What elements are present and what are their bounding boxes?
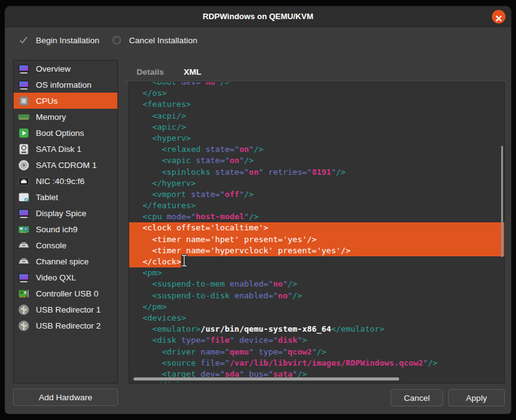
code-line: <cpu mode="host-model"/> — [129, 211, 504, 222]
horizontal-scrollbar[interactable] — [133, 377, 399, 380]
code-line: <emulator>/usr/bin/qemu-system-x86_64</e… — [129, 324, 504, 335]
titlebar[interactable]: RDPWindows on QEMU/KVM — [5, 6, 511, 27]
vm-details-window: RDPWindows on QEMU/KVM Begin Installatio… — [5, 6, 511, 414]
code-line: <boot dev='hd'/> — [129, 82, 504, 88]
sidebar-item-label: USB Redirector 2 — [36, 321, 101, 330]
console-icon — [18, 256, 30, 267]
code-line: <driver name="qemu" type="qcow2"/> — [129, 346, 504, 358]
close-button[interactable] — [492, 10, 505, 23]
record-icon — [112, 35, 122, 45]
display-icon — [18, 79, 30, 91]
code-line: <vapic state="on"/> — [129, 155, 504, 166]
code-line: <disk type="file" device="disk"> — [129, 335, 504, 346]
check-icon — [19, 35, 28, 45]
usb-icon — [18, 320, 30, 332]
sidebar-item-label: Memory — [36, 112, 66, 122]
toolbar: Begin Installation Cancel Installation — [5, 27, 511, 53]
tab-xml[interactable]: XML — [181, 64, 204, 80]
begin-installation-button[interactable]: Begin Installation — [19, 35, 99, 45]
usb-controller-icon — [18, 288, 30, 300]
sidebar-item-boot-options[interactable]: Boot Options — [14, 125, 117, 141]
close-icon — [495, 15, 502, 22]
display-icon — [18, 272, 30, 284]
sidebar-item-console[interactable]: Console — [14, 237, 117, 253]
console-icon — [18, 240, 30, 251]
sidebar-item-label: NIC :40:9c:f6 — [36, 177, 85, 186]
sidebar-item-os-information[interactable]: OS information — [14, 77, 117, 93]
sidebar-item-label: OS information — [36, 80, 91, 90]
sidebar-item-label: Console — [36, 241, 67, 250]
code-line: <spinlocks state="on" retries="8191"/> — [129, 167, 504, 178]
apply-button[interactable]: Apply — [448, 389, 505, 406]
usb-icon — [18, 304, 30, 316]
sidebar-item-label: SATA Disk 1 — [36, 145, 82, 154]
hardware-list: OverviewOS informationCPUsMemoryBoot Opt… — [13, 60, 118, 384]
sidebar-item-label: Overview — [36, 64, 70, 74]
tab-details[interactable]: Details — [134, 64, 166, 80]
code-line: <apic/> — [129, 122, 504, 133]
code-line: <pm> — [129, 267, 504, 279]
code-line: <suspend-to-mem enabled="no"/> — [129, 279, 504, 290]
sidebar-item-sata-cdrom-1[interactable]: SATA CDROM 1 — [14, 157, 117, 173]
code-line: </os> — [129, 88, 504, 99]
code-line-selected: <timer name='hpet' present='yes'/> — [129, 234, 504, 245]
window-title: RDPWindows on QEMU/KVM — [5, 6, 511, 27]
code-line: <relaxed state="on"/> — [129, 144, 504, 155]
cpu-icon — [18, 95, 30, 107]
code-line: </hyperv> — [129, 178, 504, 189]
xml-editor[interactable]: <boot dev='hd'/> </os> <features> <acpi/… — [129, 82, 505, 384]
sidebar-item-sata-disk-1[interactable]: SATA Disk 1 — [14, 141, 117, 157]
sidebar-item-controller-usb-0[interactable]: Controller USB 0 — [14, 285, 117, 301]
sidebar-item-display-spice[interactable]: Display Spice — [14, 205, 117, 221]
disk-icon — [18, 143, 30, 155]
sidebar-item-label: Channel spice — [36, 257, 89, 266]
tabbar: DetailsXML — [134, 62, 219, 81]
sound-icon — [18, 224, 30, 235]
sidebar-item-sound-ich9[interactable]: Sound ich9 — [14, 221, 117, 237]
nic-icon — [18, 175, 30, 187]
boot-icon — [18, 127, 30, 139]
sidebar-item-tablet[interactable]: Tablet — [14, 189, 117, 205]
code-line: <devices> — [129, 313, 504, 324]
cdrom-icon — [18, 159, 30, 171]
sidebar-item-usb-redirector-1[interactable]: USB Redirector 1 — [14, 301, 117, 317]
cancel-installation-label: Cancel Installation — [129, 36, 197, 45]
sidebar-item-usb-redirector-2[interactable]: USB Redirector 2 — [14, 317, 117, 334]
cancel-button[interactable]: Cancel — [391, 389, 443, 406]
xml-code: <boot dev='hd'/> </os> <features> <acpi/… — [129, 82, 504, 384]
code-line: <features> — [129, 99, 504, 110]
sidebar-item-label: USB Redirector 1 — [36, 305, 101, 314]
sidebar-item-label: Video QXL — [36, 273, 76, 282]
add-hardware-button[interactable]: Add Hardware — [13, 388, 118, 406]
cancel-installation-button[interactable]: Cancel Installation — [112, 35, 197, 45]
code-line: </features> — [129, 200, 504, 211]
text-cursor-pointer — [180, 254, 188, 267]
sidebar-item-label: Boot Options — [36, 128, 84, 138]
sidebar-item-cpus[interactable]: CPUs — [14, 93, 117, 109]
sidebar-item-memory[interactable]: Memory — [14, 109, 117, 125]
code-line: <acpi/> — [129, 111, 504, 122]
begin-installation-label: Begin Installation — [36, 36, 99, 45]
code-line: </pm> — [129, 301, 504, 313]
sidebar-item-label: Display Spice — [36, 209, 87, 218]
code-line: <hyperv> — [129, 133, 504, 144]
code-line: <source file="/var/lib/libvirt/images/RD… — [129, 358, 504, 369]
sidebar-item-nic-40-9c-f6[interactable]: NIC :40:9c:f6 — [14, 173, 117, 189]
sidebar-item-label: CPUs — [36, 96, 57, 106]
tablet-icon — [18, 191, 30, 203]
sidebar-item-channel-spice[interactable]: Channel spice — [14, 253, 117, 269]
code-line: <suspend-to-disk enabled="no"/> — [129, 290, 504, 301]
sidebar-item-label: Sound ich9 — [36, 225, 78, 234]
sidebar-item-label: SATA CDROM 1 — [36, 161, 97, 170]
sidebar-item-overview[interactable]: Overview — [14, 61, 117, 77]
sidebar-item-label: Controller USB 0 — [36, 289, 98, 298]
code-line-selected: <clock offset='localtime'> — [129, 222, 504, 233]
vertical-scrollbar[interactable] — [501, 146, 503, 257]
display-icon — [18, 208, 30, 219]
sidebar-item-video-qxl[interactable]: Video QXL — [14, 269, 117, 285]
memory-icon — [18, 111, 30, 123]
sidebar-item-label: Tablet — [36, 193, 58, 202]
code-line: <vmport state="off"/> — [129, 189, 504, 200]
display-icon — [18, 63, 30, 75]
